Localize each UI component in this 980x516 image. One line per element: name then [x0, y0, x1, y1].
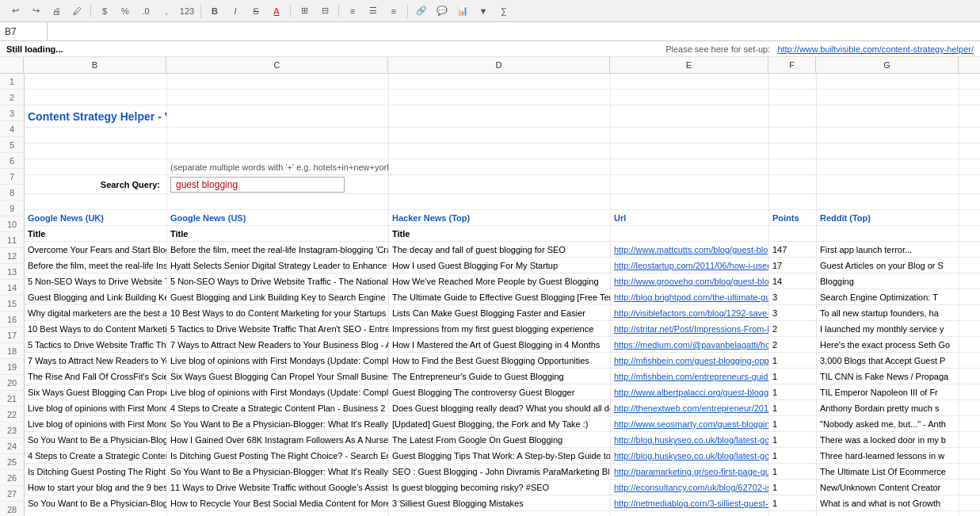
align-center-button[interactable]: ☰: [364, 2, 382, 20]
cell-E2[interactable]: [611, 90, 769, 105]
cell-G4[interactable]: [817, 128, 959, 143]
cell-D1[interactable]: [389, 74, 611, 90]
cell-F3[interactable]: [769, 105, 817, 127]
comma-button[interactable]: ,: [158, 2, 175, 20]
cell-E12[interactable]: http://leostartup.com/2011/06/how-i-used…: [611, 258, 769, 273]
cell-E24[interactable]: http://blog.huskyseo.co.uk/blog/latest-g…: [611, 448, 769, 464]
cell-G3[interactable]: [817, 105, 959, 127]
cell-F1[interactable]: [769, 74, 817, 90]
decimal-button[interactable]: .0: [137, 2, 154, 20]
cell-E6[interactable]: [611, 159, 769, 175]
redo-button[interactable]: ↪: [27, 2, 44, 20]
cell-D3[interactable]: [389, 105, 611, 127]
cell-F8[interactable]: [769, 194, 817, 210]
col-header-G[interactable]: G: [816, 57, 959, 73]
chart-button[interactable]: 📊: [454, 2, 471, 20]
cell-E11[interactable]: http://www.mattcutts.com/blog/guest-blog…: [611, 242, 769, 258]
cell-E16[interactable]: http://stritar.net/Post/Impressions-From…: [611, 321, 769, 337]
cell-F4[interactable]: [769, 128, 817, 143]
url-link[interactable]: http://visiblefactors.com/blog/1292-save…: [614, 308, 769, 318]
cell-G1[interactable]: [817, 74, 959, 90]
url-link[interactable]: http://www.groovehq.com/blog/guest-blogg…: [614, 277, 769, 286]
cell-F5[interactable]: [769, 143, 817, 159]
url-link[interactable]: http://blog.brightpod.com/the-ultimate-g…: [614, 292, 769, 302]
cell-C3[interactable]: [167, 105, 389, 127]
cell-C5[interactable]: [167, 143, 389, 159]
url-link[interactable]: http://mfishbein.com/entrepreneurs-guide…: [614, 372, 769, 381]
col-header-B[interactable]: B: [24, 57, 166, 73]
cell-E8[interactable]: [611, 194, 769, 210]
strikethrough-button[interactable]: S: [247, 2, 265, 20]
cell-D7[interactable]: [389, 175, 611, 193]
url-link[interactable]: https://medium.com/@pavanbelagatti/how-i…: [614, 340, 769, 350]
currency-button[interactable]: $: [96, 2, 113, 20]
cell-F7[interactable]: [769, 175, 817, 193]
cell-D5[interactable]: [389, 143, 611, 159]
cell-D8[interactable]: [389, 194, 611, 210]
setup-link[interactable]: http://www.builtvisible.com/content-stra…: [777, 44, 974, 54]
cell-B5[interactable]: [25, 143, 167, 159]
cell-E23[interactable]: http://blog.huskyseo.co.uk/blog/latest-g…: [611, 432, 769, 448]
cell-E17[interactable]: https://medium.com/@pavanbelagatti/how-i…: [611, 337, 769, 353]
cell-F6[interactable]: [769, 159, 817, 175]
cell-E20[interactable]: http://www.albertpalacci.org/guest-blogg…: [611, 384, 769, 400]
cell-G7[interactable]: [817, 175, 959, 193]
merge-button[interactable]: ⊟: [316, 2, 334, 20]
cell-C7-search[interactable]: [167, 175, 389, 193]
cell-E18[interactable]: http://mfishbein.com/guest-blogging-oppo…: [611, 353, 769, 369]
undo-button[interactable]: ↩: [6, 2, 24, 20]
url-link[interactable]: http://stritar.net/Post/Impressions-From…: [614, 324, 769, 334]
cell-G8[interactable]: [817, 194, 959, 210]
print-button[interactable]: 🖨: [48, 2, 65, 20]
url-link[interactable]: http://thenextweb.com/entrepreneur/2014/…: [614, 403, 769, 413]
cell-E19[interactable]: http://mfishbein.com/entrepreneurs-guide…: [611, 369, 769, 384]
cell-B8[interactable]: [25, 194, 167, 210]
cell-D4[interactable]: [389, 128, 611, 143]
cell-E22[interactable]: http://www.seosmarty.com/guest-blogging-…: [611, 416, 769, 432]
cell-F2[interactable]: [769, 90, 817, 105]
cell-E28[interactable]: http://www.quicksprout.com/2019/04/18/pe…: [611, 511, 769, 516]
cell-E7[interactable]: [611, 175, 769, 193]
url-link[interactable]: http://blog.huskyseo.co.uk/blog/latest-g…: [614, 451, 769, 461]
italic-button[interactable]: I: [227, 2, 244, 20]
cell-D2[interactable]: [389, 90, 611, 105]
url-link[interactable]: http://econsultancy.com/uk/blog/62702-is…: [614, 483, 769, 492]
cell-E27[interactable]: http://netmediablog.com/3-silliest-guest…: [611, 495, 769, 511]
cell-B4[interactable]: [25, 128, 167, 143]
comment-button[interactable]: 💬: [433, 2, 451, 20]
cell-E26[interactable]: http://econsultancy.com/uk/blog/62702-is…: [611, 480, 769, 495]
cell-E25[interactable]: http://paramarketing.gr/seo-first-page-g…: [611, 464, 769, 480]
cell-E3[interactable]: [611, 105, 769, 127]
col-header-F[interactable]: F: [768, 57, 816, 73]
url-link[interactable]: http://www.mattcutts.com/blog/guest-blog…: [614, 245, 769, 254]
cell-G6[interactable]: [817, 159, 959, 175]
filter-button[interactable]: ▼: [475, 2, 492, 20]
col-header-E[interactable]: E: [610, 57, 768, 73]
cell-E1[interactable]: [611, 74, 769, 90]
col-header-C[interactable]: C: [166, 57, 388, 73]
align-right-button[interactable]: ≡: [385, 2, 402, 20]
cell-E21[interactable]: http://thenextweb.com/entrepreneur/2014/…: [611, 400, 769, 416]
url-link[interactable]: http://blog.huskyseo.co.uk/blog/latest-g…: [614, 435, 769, 445]
url-link[interactable]: http://leostartup.com/2011/06/how-i-used…: [614, 261, 769, 270]
cell-C1[interactable]: [167, 74, 389, 90]
url-link[interactable]: http://netmediablog.com/3-silliest-guest…: [614, 499, 769, 508]
cell-C4[interactable]: [167, 128, 389, 143]
cell-E13[interactable]: http://www.groovehq.com/blog/guest-blogg…: [611, 273, 769, 289]
percent-button[interactable]: %: [116, 2, 134, 20]
cell-G5[interactable]: [817, 143, 959, 159]
cell-B6[interactable]: [25, 159, 167, 175]
cell-E4[interactable]: [611, 128, 769, 143]
formula-input[interactable]: [48, 26, 980, 37]
align-left-button[interactable]: ≡: [344, 2, 361, 20]
cell-B1[interactable]: [25, 74, 167, 90]
border-button[interactable]: ⊞: [296, 2, 313, 20]
cell-D6[interactable]: [389, 159, 611, 175]
cell-C8[interactable]: [167, 194, 389, 210]
function-button[interactable]: ∑: [495, 2, 513, 20]
cell-E5[interactable]: [611, 143, 769, 159]
url-link[interactable]: http://paramarketing.gr/seo-first-page-g…: [614, 467, 769, 476]
font-color-button[interactable]: A: [268, 2, 285, 20]
paint-button[interactable]: 🖊: [68, 2, 86, 20]
cell-E15[interactable]: http://visiblefactors.com/blog/1292-save…: [611, 305, 769, 321]
